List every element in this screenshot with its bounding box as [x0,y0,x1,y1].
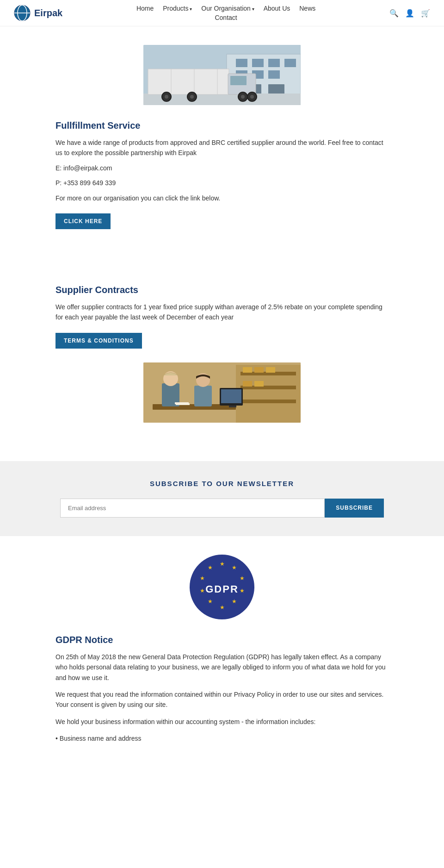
subscribe-button[interactable]: SUBSCRIBE [325,499,384,518]
svg-rect-5 [236,59,247,67]
svg-rect-7 [268,59,280,67]
cart-icon[interactable]: 🛒 [421,9,430,18]
svg-text:★: ★ [200,587,205,594]
nav-organisation[interactable]: Our Organisation [201,5,254,12]
svg-point-24 [190,95,194,99]
newsletter-section: SUBSCRIBE TO OUR NEWSLETTER SUBSCRIBE [0,461,444,536]
svg-rect-49 [175,402,189,404]
svg-point-26 [241,95,245,99]
svg-text:★: ★ [208,564,213,571]
supplier-section: Supplier Contracts We offer supplier con… [56,285,388,349]
nav-home[interactable]: Home [136,5,154,12]
svg-rect-20 [230,76,247,85]
svg-text:★: ★ [240,575,245,581]
svg-rect-35 [243,367,252,373]
nav-row-bottom: Contact [215,14,237,21]
gdpr-para3: We hold your business information within… [56,717,388,727]
nav-news[interactable]: News [299,5,315,12]
nav-row-top: Home Products Our Organisation About Us … [136,5,315,12]
gdpr-list: Business name and address [56,733,388,743]
svg-rect-36 [254,367,264,373]
fulfillment-section: Fullfillment Service We have a wide rang… [56,120,388,229]
fulfillment-email: E: info@eirpak.com [56,163,388,173]
gdpr-logo-container: ★ ★ ★ ★ ★ ★ ★ ★ ★ ★ GDPR [56,555,388,621]
svg-rect-34 [240,400,296,403]
spacer-1 [56,243,388,271]
svg-text:GDPR: GDPR [205,583,239,595]
nav-links: Home Products Our Organisation About Us … [72,5,380,21]
newsletter-form: SUBSCRIBE [60,499,384,518]
main-nav: Eirpak Home Products Our Organisation Ab… [0,0,444,26]
svg-rect-43 [194,386,212,406]
gdpr-stars-svg: ★ ★ ★ ★ ★ ★ ★ ★ ★ ★ GDPR [190,555,254,619]
svg-rect-37 [266,367,275,373]
svg-text:★: ★ [220,561,225,567]
account-icon[interactable]: 👤 [405,9,414,18]
fulfillment-link-text: For more on our organisation you can cli… [56,193,388,203]
nav-products[interactable]: Products [163,5,192,12]
svg-text:★: ★ [200,575,205,581]
svg-text:★: ★ [240,587,245,594]
nav-about[interactable]: About Us [264,5,290,12]
click-here-button[interactable]: CLICK HERE [56,213,111,229]
svg-point-22 [165,95,168,99]
email-input[interactable] [60,499,325,518]
truck-svg [143,45,301,105]
gdpr-heading: GDPR Notice [56,635,388,645]
truck-image [143,45,301,105]
svg-rect-39 [254,381,264,387]
logo[interactable]: Eirpak [14,5,62,21]
hero-image-container [56,45,388,106]
svg-rect-8 [284,59,296,67]
nav-contact[interactable]: Contact [215,14,237,21]
svg-text:★: ★ [208,598,213,605]
office-image-container [56,362,388,424]
terms-conditions-button[interactable]: TERMS & CONDITIONS [56,333,142,349]
svg-point-28 [250,95,254,99]
gdpr-para1: On 25th of May 2018 the new General Data… [56,652,388,683]
main-content: Fullfillment Service We have a wide rang… [46,26,398,443]
gdpr-list-item-1: Business name and address [56,733,388,743]
supplier-body: We offer supplier contracts for 1 year f… [56,302,388,323]
logo-text: Eirpak [34,8,62,19]
svg-rect-46 [221,389,241,403]
gdpr-logo: ★ ★ ★ ★ ★ ★ ★ ★ ★ ★ GDPR [190,555,254,619]
fulfillment-phone: P: +353 899 649 339 [56,178,388,188]
fulfillment-heading: Fullfillment Service [56,120,388,131]
gdpr-para2: We request that you read the information… [56,689,388,710]
svg-text:★: ★ [232,598,237,605]
svg-rect-6 [252,59,264,67]
fulfillment-body: We have a wide range of products from ap… [56,137,388,158]
office-image [143,362,301,423]
logo-icon [14,5,31,21]
svg-rect-15 [148,69,229,94]
svg-rect-47 [229,406,236,407]
nav-icons: 🔍 👤 🛒 [389,9,430,18]
svg-text:★: ★ [232,564,237,571]
svg-rect-11 [268,70,280,79]
supplier-heading: Supplier Contracts [56,285,388,295]
svg-rect-38 [243,381,252,387]
gdpr-section: ★ ★ ★ ★ ★ ★ ★ ★ ★ ★ GDPR GDPR Notice On … [46,536,398,765]
svg-text:★: ★ [220,604,225,611]
newsletter-title: SUBSCRIBE TO OUR NEWSLETTER [9,480,435,487]
search-icon[interactable]: 🔍 [389,9,399,18]
office-svg [143,362,301,423]
